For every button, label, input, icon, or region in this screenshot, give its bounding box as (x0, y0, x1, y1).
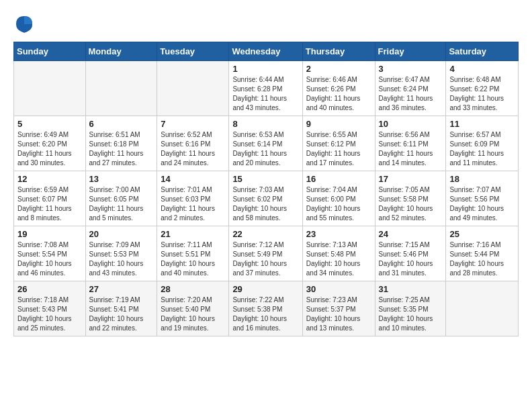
calendar-cell: 16Sunrise: 7:04 AM Sunset: 6:00 PM Dayli… (302, 171, 375, 226)
calendar-cell (85, 61, 157, 116)
day-info: Sunrise: 7:00 AM Sunset: 6:05 PM Dayligh… (89, 185, 154, 223)
day-info: Sunrise: 7:04 AM Sunset: 6:00 PM Dayligh… (306, 185, 371, 223)
day-info: Sunrise: 6:48 AM Sunset: 6:22 PM Dayligh… (449, 75, 515, 113)
day-number: 4 (449, 64, 515, 74)
day-info: Sunrise: 6:55 AM Sunset: 6:12 PM Dayligh… (306, 130, 371, 168)
day-info: Sunrise: 7:16 AM Sunset: 5:44 PM Dayligh… (449, 240, 515, 278)
day-number: 6 (89, 119, 154, 129)
day-number: 3 (379, 64, 443, 74)
day-number: 25 (449, 229, 515, 239)
day-info: Sunrise: 6:49 AM Sunset: 6:20 PM Dayligh… (17, 130, 82, 168)
day-info: Sunrise: 7:13 AM Sunset: 5:48 PM Dayligh… (306, 240, 371, 278)
logo-icon (13, 13, 35, 35)
day-number: 16 (306, 174, 371, 184)
day-number: 23 (306, 229, 371, 239)
day-number: 29 (232, 284, 298, 294)
day-number: 11 (449, 119, 515, 129)
calendar-cell: 9Sunrise: 6:55 AM Sunset: 6:12 PM Daylig… (302, 116, 375, 171)
day-info: Sunrise: 6:51 AM Sunset: 6:18 PM Dayligh… (89, 130, 154, 168)
day-info: Sunrise: 7:23 AM Sunset: 5:37 PM Dayligh… (306, 295, 371, 333)
calendar-cell: 27Sunrise: 7:19 AM Sunset: 5:41 PM Dayli… (85, 281, 157, 336)
day-info: Sunrise: 7:01 AM Sunset: 6:03 PM Dayligh… (161, 185, 225, 223)
day-number: 18 (449, 174, 515, 184)
calendar-cell: 7Sunrise: 6:52 AM Sunset: 6:16 PM Daylig… (157, 116, 229, 171)
calendar-cell: 29Sunrise: 7:22 AM Sunset: 5:38 PM Dayli… (229, 281, 302, 336)
day-number: 24 (379, 229, 443, 239)
calendar-cell: 21Sunrise: 7:11 AM Sunset: 5:51 PM Dayli… (157, 226, 229, 281)
calendar-cell: 8Sunrise: 6:53 AM Sunset: 6:14 PM Daylig… (229, 116, 302, 171)
calendar-cell: 23Sunrise: 7:13 AM Sunset: 5:48 PM Dayli… (302, 226, 375, 281)
day-info: Sunrise: 7:18 AM Sunset: 5:43 PM Dayligh… (17, 295, 82, 333)
calendar-cell: 12Sunrise: 6:59 AM Sunset: 6:07 PM Dayli… (14, 171, 86, 226)
calendar-cell (14, 61, 86, 116)
weekday-header-monday: Monday (85, 42, 157, 61)
day-number: 1 (232, 64, 298, 74)
weekday-header-friday: Friday (375, 42, 446, 61)
calendar-cell: 11Sunrise: 6:57 AM Sunset: 6:09 PM Dayli… (446, 116, 519, 171)
calendar-cell: 3Sunrise: 6:47 AM Sunset: 6:24 PM Daylig… (375, 61, 446, 116)
day-number: 27 (89, 284, 154, 294)
weekday-header-wednesday: Wednesday (229, 42, 302, 61)
day-number: 10 (379, 119, 443, 129)
calendar-cell: 25Sunrise: 7:16 AM Sunset: 5:44 PM Dayli… (446, 226, 519, 281)
calendar-cell: 18Sunrise: 7:07 AM Sunset: 5:56 PM Dayli… (446, 171, 519, 226)
day-number: 2 (306, 64, 371, 74)
day-number: 13 (89, 174, 154, 184)
calendar-cell: 19Sunrise: 7:08 AM Sunset: 5:54 PM Dayli… (14, 226, 86, 281)
day-info: Sunrise: 7:09 AM Sunset: 5:53 PM Dayligh… (89, 240, 154, 278)
calendar-cell: 5Sunrise: 6:49 AM Sunset: 6:20 PM Daylig… (14, 116, 86, 171)
calendar-cell: 6Sunrise: 6:51 AM Sunset: 6:18 PM Daylig… (85, 116, 157, 171)
day-number: 26 (17, 284, 82, 294)
day-info: Sunrise: 7:20 AM Sunset: 5:40 PM Dayligh… (161, 295, 225, 333)
calendar-cell: 14Sunrise: 7:01 AM Sunset: 6:03 PM Dayli… (157, 171, 229, 226)
page-header (13, 13, 519, 35)
calendar-cell: 10Sunrise: 6:56 AM Sunset: 6:11 PM Dayli… (375, 116, 446, 171)
day-number: 22 (232, 229, 298, 239)
calendar-cell: 28Sunrise: 7:20 AM Sunset: 5:40 PM Dayli… (157, 281, 229, 336)
calendar-cell: 4Sunrise: 6:48 AM Sunset: 6:22 PM Daylig… (446, 61, 519, 116)
day-number: 30 (306, 284, 371, 294)
day-info: Sunrise: 6:56 AM Sunset: 6:11 PM Dayligh… (379, 130, 443, 168)
day-number: 8 (232, 119, 298, 129)
day-number: 19 (17, 229, 82, 239)
day-info: Sunrise: 7:05 AM Sunset: 5:58 PM Dayligh… (379, 185, 443, 223)
day-number: 20 (89, 229, 154, 239)
day-info: Sunrise: 6:53 AM Sunset: 6:14 PM Dayligh… (232, 130, 298, 168)
day-number: 21 (161, 229, 225, 239)
day-info: Sunrise: 7:03 AM Sunset: 6:02 PM Dayligh… (232, 185, 298, 223)
calendar-cell: 22Sunrise: 7:12 AM Sunset: 5:49 PM Dayli… (229, 226, 302, 281)
weekday-header-saturday: Saturday (446, 42, 519, 61)
calendar-cell: 20Sunrise: 7:09 AM Sunset: 5:53 PM Dayli… (85, 226, 157, 281)
week-row-4: 19Sunrise: 7:08 AM Sunset: 5:54 PM Dayli… (14, 226, 519, 281)
weekday-header-sunday: Sunday (14, 42, 86, 61)
calendar-cell: 30Sunrise: 7:23 AM Sunset: 5:37 PM Dayli… (302, 281, 375, 336)
day-info: Sunrise: 6:46 AM Sunset: 6:26 PM Dayligh… (306, 75, 371, 113)
day-info: Sunrise: 7:15 AM Sunset: 5:46 PM Dayligh… (379, 240, 443, 278)
day-number: 28 (161, 284, 225, 294)
day-info: Sunrise: 6:52 AM Sunset: 6:16 PM Dayligh… (161, 130, 225, 168)
day-info: Sunrise: 6:59 AM Sunset: 6:07 PM Dayligh… (17, 185, 82, 223)
day-info: Sunrise: 7:11 AM Sunset: 5:51 PM Dayligh… (161, 240, 225, 278)
calendar-header-row: SundayMondayTuesdayWednesdayThursdayFrid… (14, 42, 519, 61)
week-row-5: 26Sunrise: 7:18 AM Sunset: 5:43 PM Dayli… (14, 281, 519, 336)
week-row-2: 5Sunrise: 6:49 AM Sunset: 6:20 PM Daylig… (14, 116, 519, 171)
calendar-cell: 24Sunrise: 7:15 AM Sunset: 5:46 PM Dayli… (375, 226, 446, 281)
weekday-header-thursday: Thursday (302, 42, 375, 61)
week-row-3: 12Sunrise: 6:59 AM Sunset: 6:07 PM Dayli… (14, 171, 519, 226)
calendar-cell: 1Sunrise: 6:44 AM Sunset: 6:28 PM Daylig… (229, 61, 302, 116)
logo (13, 13, 38, 35)
day-info: Sunrise: 7:08 AM Sunset: 5:54 PM Dayligh… (17, 240, 82, 278)
day-number: 17 (379, 174, 443, 184)
calendar-table: SundayMondayTuesdayWednesdayThursdayFrid… (13, 42, 519, 336)
day-number: 7 (161, 119, 225, 129)
day-info: Sunrise: 7:07 AM Sunset: 5:56 PM Dayligh… (449, 185, 515, 223)
day-number: 15 (232, 174, 298, 184)
day-info: Sunrise: 6:44 AM Sunset: 6:28 PM Dayligh… (232, 75, 298, 113)
calendar-cell (157, 61, 229, 116)
day-info: Sunrise: 6:57 AM Sunset: 6:09 PM Dayligh… (449, 130, 515, 168)
calendar-cell (446, 281, 519, 336)
calendar-cell: 31Sunrise: 7:25 AM Sunset: 5:35 PM Dayli… (375, 281, 446, 336)
day-info: Sunrise: 7:19 AM Sunset: 5:41 PM Dayligh… (89, 295, 154, 333)
calendar-cell: 15Sunrise: 7:03 AM Sunset: 6:02 PM Dayli… (229, 171, 302, 226)
day-info: Sunrise: 7:25 AM Sunset: 5:35 PM Dayligh… (379, 295, 443, 333)
